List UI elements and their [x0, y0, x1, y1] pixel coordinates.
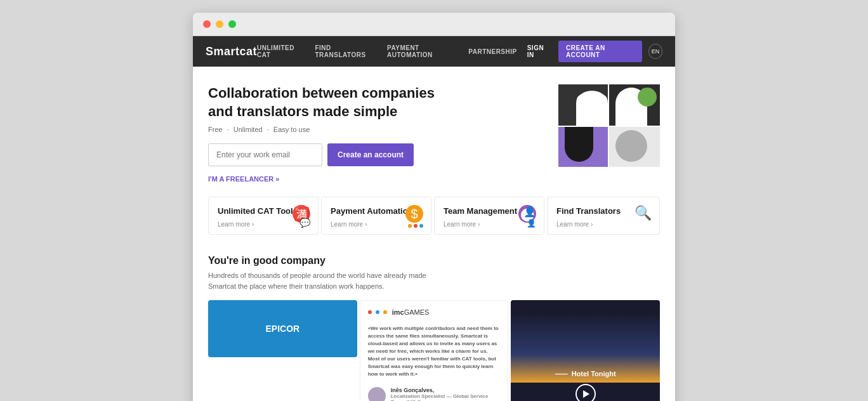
- freelancer-link[interactable]: I'M A FREELANCER »: [208, 175, 279, 183]
- hero-title: Collaboration between companies and tran…: [208, 84, 449, 121]
- search-icon: 🔍: [635, 205, 652, 221]
- hotel-dash-icon: ——: [555, 371, 568, 378]
- hotel-tonight-brand: —— Hotel Tonight: [555, 370, 616, 378]
- hero-form: Create an account: [208, 143, 546, 166]
- author-title: Localization Specialist — Global Service…: [391, 393, 501, 401]
- subtitle-dot2: ·: [267, 126, 269, 133]
- hero-section: Collaboration between companies and tran…: [193, 67, 675, 197]
- testimonial-text: «We work with multiple contributors and …: [368, 325, 501, 378]
- team-card-link[interactable]: Learn more ›: [444, 221, 535, 228]
- translators-card-link[interactable]: Learn more ›: [556, 221, 650, 228]
- social-proof-subtitle: Hundreds of thousands of people around t…: [208, 270, 449, 291]
- create-account-button[interactable]: CREATE AN ACCOUNT: [558, 41, 642, 62]
- nav-link-translators[interactable]: FIND TRANSLATORS: [315, 44, 376, 58]
- signin-button[interactable]: SIGN IN: [527, 44, 551, 58]
- feature-card-team: Team Management Learn more › ⬤ 👤 👤: [434, 197, 544, 235]
- imc-name: imcGAMES: [392, 308, 430, 316]
- maximize-button-icon[interactable]: [228, 20, 236, 28]
- epicor-logo: EPICOR: [208, 300, 357, 357]
- browser-chrome: [193, 13, 675, 36]
- hero-illustration: [558, 84, 660, 167]
- nav-link-payment[interactable]: PAYMENT AUTOMATION: [387, 44, 457, 58]
- nav-link-cat[interactable]: UNLIMITED CAT: [257, 44, 303, 58]
- hotel-tonight-logo[interactable]: —— Hotel Tonight: [511, 300, 660, 401]
- hero-subtitle: Free · Unlimited · Easy to use: [208, 126, 546, 133]
- payment-icon: $: [405, 205, 423, 223]
- person-icon2: 👤: [527, 219, 536, 228]
- subtitle-dot1: ·: [227, 126, 229, 133]
- language-selector[interactable]: EN: [648, 44, 662, 59]
- feature-card-translators: Find Translators Learn more › 🔍: [547, 197, 660, 235]
- feature-card-payment: Payment Automation Learn more › $: [321, 197, 431, 235]
- navbar: Smartcat UNLIMITED CAT FIND TRANSLATORS …: [193, 36, 675, 67]
- hotel-tonight-text: Hotel Tonight: [572, 370, 616, 378]
- browser-window: Smartcat UNLIMITED CAT FIND TRANSLATORS …: [193, 13, 675, 401]
- chat-bubble-icon: 💬: [299, 218, 310, 228]
- feature-cards-section: Unlimited CAT Tool Learn more › 🈵 💬 Paym…: [193, 197, 675, 245]
- person-icon: 👤: [523, 206, 536, 218]
- play-triangle-icon: [583, 390, 589, 398]
- imc-logo-row: imcGAMES: [368, 308, 430, 316]
- logos-grid: EPICOR imcGAMES «We work with multiple c…: [208, 300, 660, 401]
- subtitle-unlimited: Unlimited: [233, 126, 263, 133]
- feature-card-cat: Unlimited CAT Tool Learn more › 🈵 💬: [208, 197, 319, 235]
- close-button-icon[interactable]: [203, 20, 211, 28]
- imc-dot-blue: [376, 310, 379, 314]
- payment-dots: [408, 224, 423, 228]
- author-name: Inês Gonçalves,: [391, 387, 501, 393]
- hero-content: Collaboration between companies and tran…: [208, 84, 546, 184]
- site-logo[interactable]: Smartcat: [206, 45, 257, 58]
- subtitle-free: Free: [208, 126, 223, 133]
- email-input[interactable]: [208, 143, 322, 166]
- author-info: Inês Gonçalves, Localization Specialist …: [391, 387, 501, 401]
- hotel-play-button[interactable]: [575, 384, 596, 401]
- author-avatar: [368, 387, 386, 401]
- create-account-hero-button[interactable]: Create an account: [327, 143, 414, 166]
- testimonial-author: Inês Gonçalves, Localization Specialist …: [368, 387, 501, 401]
- imc-dot-red: [368, 310, 372, 314]
- minimize-button-icon[interactable]: [216, 20, 223, 28]
- imc-dot-yellow: [383, 310, 387, 314]
- imc-testimonial: imcGAMES «We work with multiple contribu…: [360, 300, 509, 401]
- social-proof-title: You're in good company: [208, 255, 660, 266]
- epicor-text: EPICOR: [265, 324, 299, 334]
- nav-link-partnership[interactable]: PARTNERSHIP: [468, 48, 516, 55]
- nav-links: UNLIMITED CAT FIND TRANSLATORS PAYMENT A…: [257, 44, 517, 58]
- social-proof-section: You're in good company Hundreds of thous…: [193, 245, 675, 401]
- cat-card-link[interactable]: Learn more ›: [218, 221, 309, 228]
- subtitle-easy: Easy to use: [273, 126, 310, 133]
